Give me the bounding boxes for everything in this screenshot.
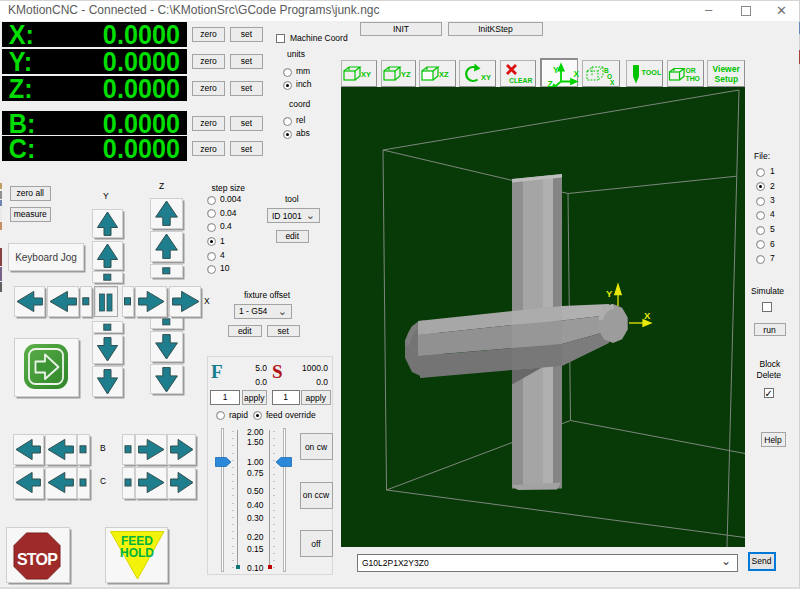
svg-text:TOOL: TOOL	[641, 68, 661, 77]
svg-text:Setup: Setup	[714, 74, 738, 84]
svg-text:XZ: XZ	[439, 70, 449, 79]
svg-text:X: X	[644, 310, 651, 321]
svg-text:XY: XY	[361, 70, 371, 79]
svg-text:YZ: YZ	[401, 70, 411, 79]
svg-text:X: X	[573, 68, 579, 78]
svg-text:Viewer: Viewer	[712, 64, 740, 74]
svg-text:XY: XY	[481, 72, 491, 81]
svg-text:CLEAR: CLEAR	[509, 77, 533, 84]
svg-text:HOLD: HOLD	[120, 546, 154, 560]
svg-text:Z: Z	[547, 78, 552, 87]
svg-text:STOP: STOP	[17, 549, 58, 567]
svg-text:X: X	[610, 79, 615, 86]
svg-text:THO: THO	[685, 74, 699, 81]
svg-text:OR: OR	[685, 66, 695, 73]
svg-text:Y: Y	[606, 288, 613, 299]
svg-text:Y: Y	[553, 65, 559, 75]
